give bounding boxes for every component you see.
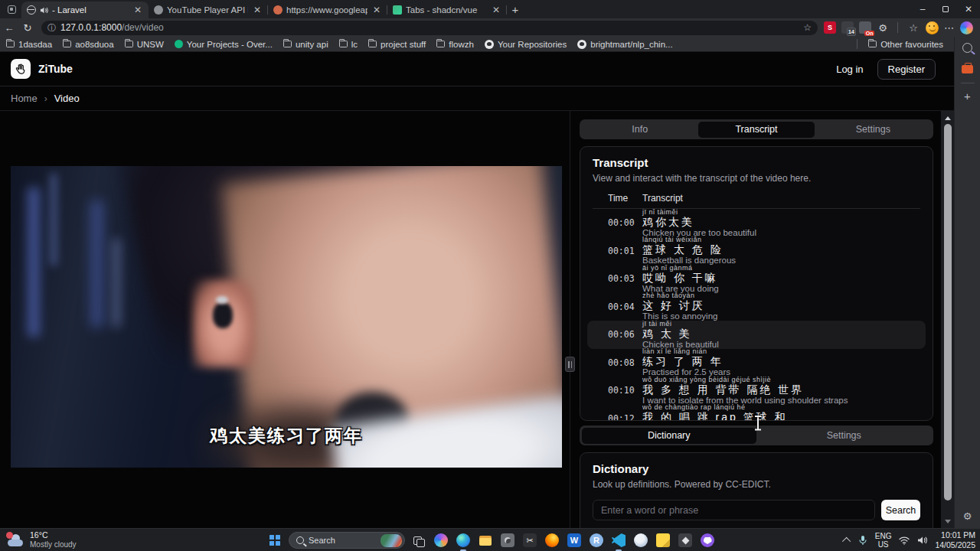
page-scrollbar [941,111,954,528]
transcript-row[interactable]: 00:00jī nǐ tàiměi鸡你太美Chicken you are too… [593,209,920,237]
postgres-icon[interactable] [632,532,649,549]
start-button[interactable] [266,532,283,549]
sidebar-add-icon[interactable]: + [964,93,971,100]
transcript-time: 00:12 [593,413,642,421]
scrollbar-thumb[interactable] [944,124,952,500]
dictionary-tab-dictionary[interactable]: Dictionary [582,428,757,444]
tab-actions-icon[interactable] [3,2,20,17]
tab-close-icon[interactable]: ✕ [132,5,143,15]
breadcrumb-home[interactable]: Home [11,93,38,104]
close-button[interactable]: ✕ [957,0,980,18]
transcript-row[interactable]: 00:10wǒ duō xiǎng yòng bèidài géjué shìj… [593,377,920,405]
minimize-button[interactable]: – [911,0,934,18]
register-button[interactable]: Register [877,59,936,80]
bookmark-item[interactable]: 1dasdaa [6,40,52,49]
sidebar-search-icon[interactable] [962,43,972,53]
transcript-chinese: 哎呦 你 干嘛 [642,272,920,283]
bookmark-star-icon[interactable]: ☆ [803,22,812,33]
site-info-icon[interactable]: ⓘ [47,22,56,34]
transcript-tab-transcript[interactable]: Transcript [698,122,815,138]
refresh-icon[interactable]: ↻ [18,20,37,35]
dictionary-search-button[interactable]: Search [881,500,920,520]
taskbar-search[interactable]: Search [289,532,405,549]
volume-icon[interactable] [917,536,927,545]
firefox-icon[interactable] [544,532,560,549]
browser-tab[interactable]: YouTube Player API Reference for✕ [149,2,268,18]
tab-audio-icon[interactable] [40,6,48,15]
transcript-tablist: InfoTranscriptSettings [580,119,933,139]
browser-tab[interactable]: - Laravel✕ [21,2,149,18]
transcript-row[interactable]: 00:01lánqiú tài wēixiǎn篮球 太 危 险Basketbal… [593,237,920,266]
bookmark-item[interactable]: lc [339,40,358,49]
new-tab-button[interactable]: + [507,1,524,18]
brand-name[interactable]: ZiTube [38,63,73,75]
dictionary-search-input[interactable] [593,500,875,520]
browser-tab[interactable]: Tabs - shadcn/vue✕ [387,2,507,18]
favourites-hub-icon[interactable]: ☆ [906,22,920,34]
bookmark-item[interactable]: brightmart/nlp_chin... [577,40,672,49]
scroll-up-arrow[interactable] [941,112,954,123]
tab-title: Tabs - shadcn/vue [406,5,487,15]
bookmark-item[interactable]: UNSW [125,40,164,49]
transcript-row[interactable]: 00:12wǒ de chàngtiào rap lánqiú hé我 的 唱 … [593,405,920,422]
explorer-icon[interactable] [477,532,494,549]
github-icon[interactable] [699,532,716,549]
taskbar-weather[interactable]: 16°C Mostly cloudy [8,529,77,551]
green-dot-icon [175,40,183,48]
dictionary-panel: DictionarySettings Dictionary Look up de… [580,425,933,528]
extension-on-icon[interactable]: On [859,21,871,34]
browser-tab[interactable]: https://www.googleapis.com/you✕ [268,2,387,18]
back-icon[interactable]: ← [0,20,18,35]
video-player[interactable]: 鸡太美练习了两年 [11,166,562,468]
transcript-row[interactable]: 00:03āi yō nǐ gànmá哎呦 你 干嘛What are you d… [593,265,920,293]
task-view-button[interactable] [410,532,427,549]
folder-icon [125,41,133,47]
address-bar[interactable]: ⓘ 127.0.0.1:8000/dev/video ☆ [41,21,818,35]
login-link[interactable]: Log in [836,64,863,75]
extension-gear-icon[interactable]: ⚙ [877,22,889,34]
sidebar-toolbox-icon[interactable] [962,65,973,73]
edge-icon[interactable] [455,532,472,549]
other-favourites[interactable]: Other favourites [868,40,943,49]
unity-icon[interactable] [677,532,694,549]
bookmark-item[interactable]: Your Repositories [485,40,567,49]
screen: - Laravel✕YouTube Player API Reference f… [0,0,980,551]
snipping-icon[interactable]: ✂ [521,532,538,549]
bookmark-item[interactable]: ao8sduoa [63,40,114,49]
folder-icon [6,41,15,47]
browser-menu-icon[interactable]: ⋯ [944,22,955,34]
bookmark-item[interactable]: flowzh [436,40,474,49]
tray-chevron-icon[interactable] [842,537,851,546]
transcript-tab-info[interactable]: Info [582,122,698,138]
copilot-icon[interactable] [960,21,973,34]
transcript-row[interactable]: 00:04zhè hǎo tǎoyàn这 好 讨厌This is so anno… [593,293,920,321]
steam-icon[interactable] [499,532,516,549]
vscode-icon[interactable] [610,532,627,549]
profile-avatar[interactable] [926,21,939,34]
sidebar-settings-icon[interactable]: ⚙ [963,510,972,522]
extension-daily-icon[interactable]: 14 [841,21,854,34]
dictionary-tab-settings[interactable]: Settings [756,428,932,444]
transcript-row[interactable]: 00:08liàn xí le liǎng nián练习 了 两 年Practi… [593,349,920,377]
copilot-icon[interactable] [433,532,449,549]
bookmark-item[interactable]: unity api [283,40,328,49]
bookmark-item[interactable]: project stuff [368,40,426,49]
maximize-button[interactable] [934,0,957,18]
sticky-icon[interactable] [655,532,671,549]
extension-s-icon[interactable]: S [824,21,836,34]
bookmark-item[interactable]: Your Projects - Over... [175,40,273,49]
transcript-row[interactable]: 00:06jī tài měi鸡 太 美Chicken is beautiful [587,321,926,349]
tray-clock[interactable]: 10:01 PM14/05/2025 [935,530,975,550]
tab-close-icon[interactable]: ✕ [491,5,501,15]
site-logo[interactable] [11,59,31,79]
tab-close-icon[interactable]: ✕ [371,5,382,15]
microphone-icon[interactable] [858,535,867,546]
panel-resize-handle[interactable] [565,357,575,372]
scroll-down-arrow[interactable] [941,516,954,527]
word-icon[interactable]: W [566,532,583,549]
rstudio-icon[interactable]: R [588,532,605,549]
wifi-icon[interactable] [899,536,910,545]
language-indicator[interactable]: ENGUS [875,532,892,549]
transcript-tab-settings[interactable]: Settings [815,122,931,138]
tab-close-icon[interactable]: ✕ [252,5,263,15]
